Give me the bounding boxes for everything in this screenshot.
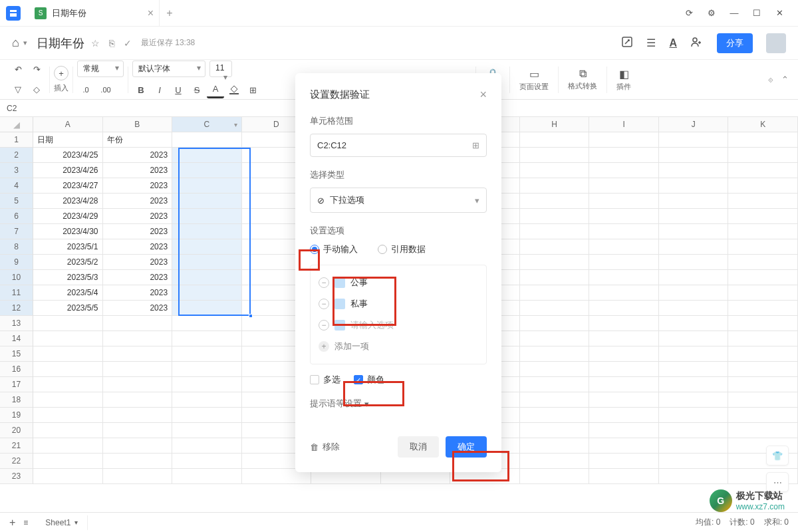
cell[interactable] (728, 224, 798, 239)
color-swatch[interactable] (334, 277, 345, 288)
expand-icon[interactable]: ⌃ (781, 74, 789, 84)
cell[interactable] (172, 148, 242, 163)
cell[interactable] (520, 209, 590, 224)
font-size-select[interactable]: 11 (209, 61, 232, 77)
decimal-decrease-icon[interactable]: .0 (77, 81, 94, 98)
cell[interactable] (659, 209, 729, 224)
cell[interactable] (520, 331, 590, 346)
cell[interactable] (728, 163, 798, 178)
cell[interactable] (172, 454, 242, 469)
cell[interactable] (33, 469, 103, 484)
cell[interactable] (659, 346, 729, 362)
cell[interactable] (659, 377, 729, 392)
cell[interactable] (728, 331, 798, 346)
row-header[interactable]: 16 (0, 362, 33, 377)
format-convert-icon[interactable]: ⧉ (579, 68, 587, 80)
number-format-select[interactable]: 常规 (77, 61, 124, 77)
cell[interactable] (520, 194, 590, 209)
cell[interactable] (659, 469, 729, 484)
row-header[interactable]: 1 (0, 132, 33, 148)
cell[interactable] (728, 148, 798, 163)
font-family-select[interactable]: 默认字体 (132, 61, 205, 77)
cell[interactable] (103, 408, 173, 423)
dialog-close-icon[interactable]: × (479, 88, 487, 102)
cell[interactable] (172, 255, 242, 270)
border-icon[interactable]: ⊞ (244, 81, 261, 98)
row-header[interactable]: 8 (0, 239, 33, 255)
color-swatch[interactable] (334, 320, 345, 331)
cell[interactable]: 2023 (103, 270, 173, 285)
cell[interactable] (659, 270, 729, 285)
cell[interactable] (659, 239, 729, 255)
sheet-tab[interactable]: Sheet1 ▾ (36, 515, 88, 530)
cell[interactable] (659, 316, 729, 331)
cell[interactable]: 2023 (103, 194, 173, 209)
cell[interactable] (659, 392, 729, 408)
row-header[interactable]: 9 (0, 255, 33, 270)
cell[interactable]: 日期 (33, 132, 103, 148)
cell[interactable] (589, 469, 659, 484)
cell[interactable] (33, 331, 103, 346)
cell[interactable] (33, 438, 103, 454)
cell[interactable] (589, 285, 659, 301)
maximize-icon[interactable]: ☐ (751, 8, 762, 19)
cell[interactable] (589, 362, 659, 377)
row-header[interactable]: 6 (0, 209, 33, 224)
option-item-2[interactable]: − 私事 (317, 293, 479, 315)
row-header[interactable]: 10 (0, 270, 33, 285)
font-color-icon[interactable]: A (207, 81, 224, 98)
cell[interactable]: 2023 (103, 239, 173, 255)
page-setup-icon[interactable]: ▭ (529, 68, 539, 80)
strikethrough-icon[interactable]: S (188, 81, 205, 98)
cell[interactable] (103, 454, 173, 469)
cell[interactable] (103, 362, 173, 377)
cell[interactable] (33, 346, 103, 362)
cell[interactable] (728, 255, 798, 270)
radio-reference[interactable]: 引用数据 (378, 243, 426, 255)
cell[interactable] (520, 438, 590, 454)
cell[interactable] (33, 423, 103, 438)
cell[interactable] (103, 346, 173, 362)
hint-settings-link[interactable]: 提示语等设置 ▾ (310, 398, 487, 410)
cell[interactable] (172, 331, 242, 346)
cell[interactable]: 2023/5/2 (33, 255, 103, 270)
cell[interactable] (520, 255, 590, 270)
row-header[interactable]: 20 (0, 423, 33, 438)
cell[interactable] (589, 255, 659, 270)
cell[interactable] (728, 132, 798, 148)
cell[interactable] (659, 438, 729, 454)
cell[interactable] (659, 408, 729, 423)
cell[interactable] (589, 148, 659, 163)
remove-option-icon[interactable]: − (319, 277, 329, 288)
cell[interactable] (520, 178, 590, 194)
cell[interactable] (728, 316, 798, 331)
cell[interactable] (103, 392, 173, 408)
edit-mode-icon[interactable] (621, 36, 633, 51)
selection-handle[interactable] (249, 314, 253, 318)
cell[interactable] (728, 209, 798, 224)
range-picker-icon[interactable]: ⊞ (472, 140, 479, 150)
cell[interactable] (172, 270, 242, 285)
folder-move-icon[interactable]: ⎘ (109, 38, 114, 49)
cell[interactable] (589, 423, 659, 438)
cell[interactable]: 2023 (103, 163, 173, 178)
share-button[interactable]: 分享 (717, 33, 753, 53)
cell[interactable] (659, 163, 729, 178)
cell[interactable] (33, 408, 103, 423)
cell[interactable] (33, 362, 103, 377)
cell[interactable] (103, 469, 173, 484)
window-close-icon[interactable]: ✕ (774, 8, 785, 19)
cell[interactable] (728, 178, 798, 194)
plugins-icon[interactable]: ◧ (619, 68, 629, 80)
cell[interactable] (172, 392, 242, 408)
range-input[interactable]: C2:C12 ⊞ (310, 134, 487, 157)
cell[interactable] (520, 423, 590, 438)
cell[interactable]: 2023/4/25 (33, 148, 103, 163)
minimize-icon[interactable]: — (729, 8, 739, 19)
cell[interactable] (728, 362, 798, 377)
row-header[interactable]: 4 (0, 178, 33, 194)
fill-color-icon[interactable] (225, 81, 243, 98)
star-icon[interactable]: ☆ (91, 38, 100, 49)
option-item-1[interactable]: − 公事 (317, 272, 479, 293)
cell[interactable]: 2023/4/28 (33, 194, 103, 209)
